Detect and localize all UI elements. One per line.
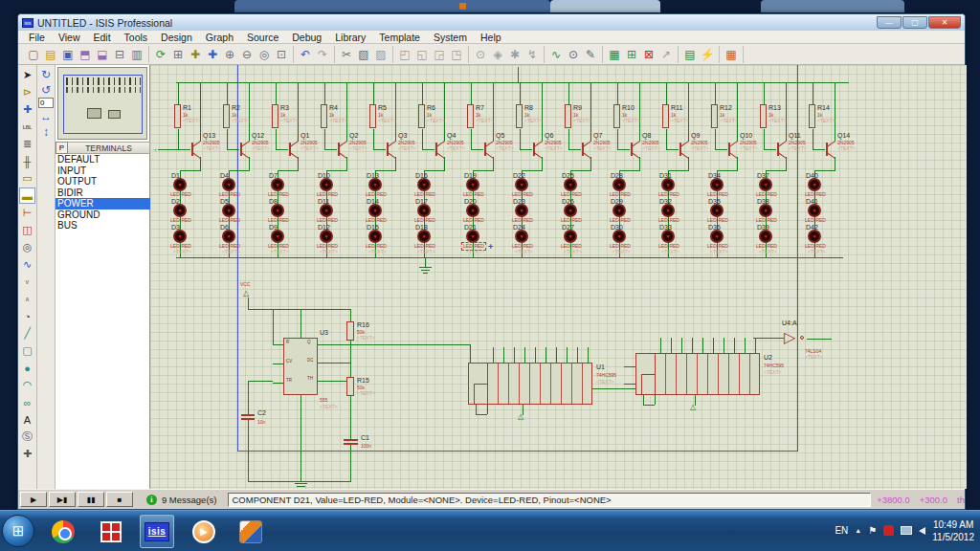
device-pins-mode-icon[interactable]: ⊢ (19, 205, 35, 221)
stop-button[interactable]: ■ (106, 492, 133, 507)
led-D29[interactable]: ▼ (612, 204, 626, 217)
cut-icon[interactable]: ✂ (338, 46, 355, 63)
markers-mode-icon[interactable]: ✚ (19, 446, 35, 462)
led-D20[interactable]: ▼ (466, 204, 479, 217)
transistor-Q8[interactable] (628, 140, 643, 159)
resistor-R9[interactable] (565, 104, 571, 128)
taskbar-clock[interactable]: 10:49 AM 11/5/2012 (932, 518, 974, 543)
taskbar-app-isis[interactable]: isis (140, 515, 174, 548)
led-D9[interactable]: ▼ (271, 230, 284, 243)
netlist-to-ares-icon[interactable]: ▦ (723, 46, 740, 63)
terminal-item-output[interactable]: OUTPUT (56, 176, 150, 187)
taskbar-app-chrome[interactable] (46, 515, 80, 548)
action-center-flag-icon[interactable]: ⚑ (868, 525, 877, 536)
resistor-R3[interactable] (272, 104, 278, 128)
led-D39[interactable]: ▼ (759, 230, 772, 243)
led-D14[interactable]: ▼ (368, 204, 382, 217)
virtual-instruments-mode-icon[interactable]: ◔ (19, 308, 35, 324)
block-rotate-icon[interactable]: ◲ (431, 46, 448, 63)
menu-item-library[interactable]: Library (328, 32, 372, 43)
step-button[interactable]: ▶▮ (49, 492, 76, 507)
terminal-item-input[interactable]: INPUT (56, 165, 150, 177)
capacitor-C1[interactable] (344, 443, 358, 445)
resistor-R2[interactable] (223, 104, 230, 128)
rotate-cw-button[interactable]: ↻ (38, 67, 54, 81)
led-D7[interactable]: ▼ (271, 178, 284, 191)
text-script-mode-icon[interactable]: ≣ (19, 136, 35, 152)
zoom-area-icon[interactable]: ⊡ (273, 46, 290, 63)
import-section-icon[interactable]: ⬒ (77, 46, 94, 63)
paste-icon[interactable]: ▨ (372, 46, 390, 63)
led-D19[interactable]: ▼ (466, 178, 479, 191)
packaging-tool-icon[interactable]: ✱ (506, 46, 523, 63)
led-D34[interactable]: ▼ (710, 178, 724, 191)
resistor-R14[interactable] (809, 104, 815, 128)
title-bar[interactable]: isis UNTITLED - ISIS Professional — ▢ ✕ (18, 14, 965, 31)
export-section-icon[interactable]: ⬓ (94, 46, 111, 63)
2d-symbol-mode-icon[interactable]: Ⓢ (19, 429, 35, 445)
electrical-rule-check-icon[interactable]: ⚡ (699, 46, 716, 63)
rotation-angle-input[interactable] (38, 98, 54, 108)
2d-text-mode-icon[interactable]: A (19, 411, 35, 428)
menu-item-view[interactable]: View (52, 32, 87, 43)
zoom-in-icon[interactable]: ⊕ (221, 46, 238, 63)
overview-minimap[interactable] (57, 67, 147, 140)
open-file-icon[interactable]: ▤ (42, 46, 59, 63)
resistor-R11[interactable] (662, 104, 669, 128)
block-delete-icon[interactable]: ◳ (448, 46, 465, 63)
message-count[interactable]: 9 Message(s) (162, 495, 229, 505)
led-D26[interactable]: ▼ (564, 204, 577, 217)
led-D13[interactable]: ▼ (368, 178, 382, 191)
menu-item-debug[interactable]: Debug (285, 32, 328, 43)
2d-arc-mode-icon[interactable]: ◠ (19, 377, 35, 393)
resistor-R1[interactable] (174, 104, 181, 128)
led-D27[interactable]: ▼ (564, 230, 577, 243)
language-indicator[interactable]: EN (835, 525, 848, 536)
transistor-Q5[interactable] (481, 140, 497, 159)
led-D42[interactable]: ▼ (808, 230, 821, 243)
transistor-Q1[interactable] (286, 140, 301, 159)
show-hidden-icons[interactable]: ▲ (855, 527, 861, 534)
led-D38[interactable]: ▼ (759, 204, 772, 217)
zoom-out-icon[interactable]: ⊖ (238, 46, 256, 63)
print-area-icon[interactable]: ▥ (128, 46, 145, 63)
transistor-Q13[interactable] (189, 140, 204, 159)
led-D4[interactable]: ▼ (222, 178, 235, 191)
taskbar-app-media-player[interactable]: ▶ (187, 515, 221, 548)
led-D30[interactable]: ▼ (612, 230, 626, 243)
transistor-Q12[interactable] (237, 140, 253, 159)
bill-of-materials-icon[interactable]: ▤ (681, 46, 699, 63)
led-D12[interactable]: ▼ (320, 230, 333, 243)
minimize-button[interactable]: — (877, 16, 902, 29)
make-device-icon[interactable]: ◈ (489, 46, 506, 63)
decompose-icon[interactable]: ↯ (523, 46, 541, 63)
junction-dot-mode-icon[interactable]: ✚ (19, 101, 35, 118)
transistor-Q10[interactable] (725, 140, 741, 159)
tape-recorder-mode-icon[interactable]: ◎ (19, 239, 35, 255)
play-button[interactable]: ▶ (20, 492, 47, 507)
terminal-item-power[interactable]: POWER (56, 198, 150, 209)
resistor-R6[interactable] (418, 104, 425, 128)
menu-item-graph[interactable]: Graph (199, 32, 240, 43)
remove-sheet-icon[interactable]: ⊠ (640, 46, 657, 63)
close-button[interactable]: ✕ (928, 16, 961, 29)
selection-mode-icon[interactable]: ➤ (19, 67, 35, 83)
transistor-Q3[interactable] (384, 140, 399, 159)
pan-icon[interactable]: ✚ (204, 46, 221, 63)
start-button[interactable]: ⊞ (2, 515, 34, 547)
buses-mode-icon[interactable]: ╫ (19, 153, 35, 169)
zoom-all-icon[interactable]: ◎ (256, 46, 273, 63)
copy-icon[interactable]: ▧ (355, 46, 372, 63)
resistor-R10[interactable] (613, 104, 620, 128)
menu-item-design[interactable]: Design (154, 32, 199, 43)
led-D36[interactable]: ▼ (710, 230, 724, 243)
resistor-R12[interactable] (711, 104, 718, 128)
led-D10[interactable]: ▼ (320, 178, 333, 191)
terminal-item-default[interactable]: DEFAULT (56, 154, 150, 165)
save-file-icon[interactable]: ▣ (59, 46, 77, 63)
led-D33[interactable]: ▼ (661, 230, 675, 243)
resistor-R16[interactable] (346, 321, 354, 341)
led-D17[interactable]: ▼ (417, 204, 431, 217)
capacitor-C1[interactable] (344, 439, 358, 441)
led-D25[interactable]: ▼ (564, 178, 577, 191)
